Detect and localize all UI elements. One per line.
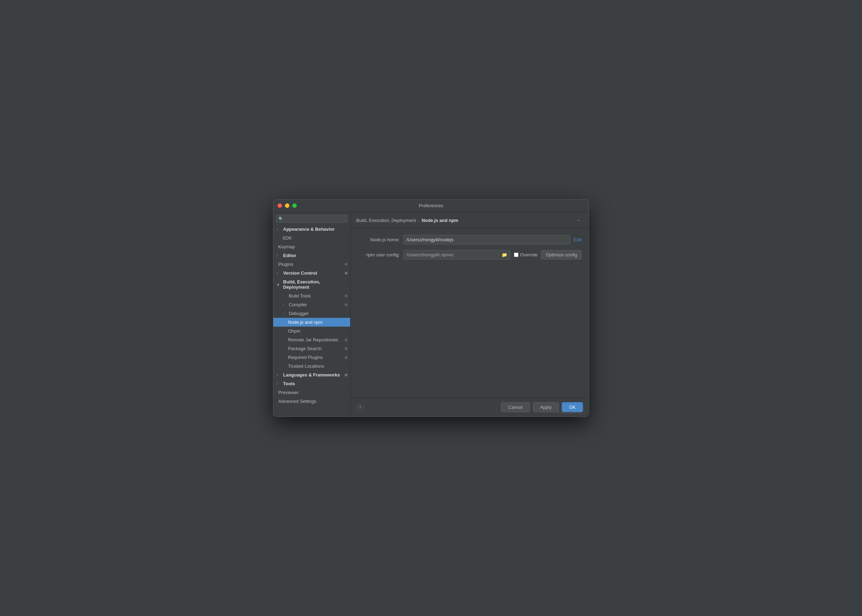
- chevron-right-icon: ›: [282, 311, 286, 315]
- settings-icon: ⊞: [344, 355, 348, 359]
- nodejs-home-input[interactable]: [403, 235, 571, 244]
- preferences-window: Preferences 🔍 › Appearance & Behavior SD…: [273, 199, 589, 417]
- chevron-down-icon: ∨: [277, 283, 281, 287]
- settings-icon: ⊞: [344, 262, 348, 266]
- sidebar-item-label: Trusted Locations: [288, 363, 324, 369]
- nodejs-home-label: Node.js home:: [358, 237, 400, 242]
- sidebar-item-label: Languages & Frameworks: [283, 372, 340, 377]
- sidebar-item-label: Previewer: [278, 390, 299, 395]
- chevron-right-icon: ›: [277, 373, 281, 377]
- settings-icon: ⊞: [344, 338, 348, 342]
- chevron-right-icon: ›: [282, 303, 286, 306]
- settings-icon: ⊞: [344, 294, 348, 298]
- sidebar-item-label: SDK: [282, 235, 292, 240]
- sidebar-item-label: Tools: [283, 381, 295, 386]
- nav-back-button[interactable]: ←: [562, 216, 572, 224]
- sidebar-item-ohpm[interactable]: Ohpm: [273, 327, 350, 335]
- sidebar-item-keymap[interactable]: Keymap: [273, 242, 350, 251]
- sidebar-item-languages-frameworks[interactable]: › Languages & Frameworks ⊞: [273, 371, 350, 379]
- npm-config-input[interactable]: [406, 250, 501, 259]
- sidebar-item-label: Appearance & Behavior: [283, 226, 335, 232]
- npm-config-input-wrap: 📁: [403, 250, 510, 259]
- override-label: Override: [520, 252, 538, 258]
- npm-config-row: npm user config: 📁 Override Optimize con…: [358, 250, 582, 259]
- npm-config-label: npm user config:: [358, 252, 400, 258]
- sidebar-item-label: Debugger: [289, 311, 309, 316]
- sidebar-item-required-plugins[interactable]: Required Plugins ⊞: [273, 353, 350, 362]
- sidebar-item-build-tools[interactable]: › Build Tools ⊞: [273, 291, 350, 300]
- override-checkbox[interactable]: [514, 253, 519, 257]
- title-bar: Preferences: [273, 200, 589, 212]
- sidebar-item-label: Node.js and npm: [288, 320, 322, 325]
- sidebar-item-sdk[interactable]: SDK: [273, 234, 350, 242]
- search-box[interactable]: 🔍: [276, 215, 348, 223]
- cancel-button[interactable]: Cancel: [501, 402, 530, 412]
- maximize-button[interactable]: [292, 203, 297, 208]
- sidebar-item-build-execution-deployment[interactable]: ∨ Build, Execution, Deployment: [273, 277, 350, 291]
- nav-forward-button[interactable]: →: [573, 216, 583, 224]
- main-panel: Build, Execution, Deployment › Node.js a…: [351, 212, 589, 416]
- breadcrumb-parent: Build, Execution, Deployment: [356, 218, 416, 223]
- override-wrap: Override: [514, 252, 538, 258]
- sidebar-item-label: Version Control: [283, 270, 317, 276]
- sidebar-item-tools[interactable]: › Tools: [273, 379, 350, 388]
- breadcrumb-current: Node.js and npm: [422, 218, 458, 223]
- settings-content: Node.js home: Edit npm user config: 📁 Ov…: [351, 228, 589, 398]
- help-button[interactable]: ?: [356, 404, 364, 412]
- chevron-right-icon: ›: [277, 271, 281, 275]
- sidebar-item-trusted-locations[interactable]: Trusted Locations: [273, 362, 350, 371]
- sidebar-item-version-control[interactable]: › Version Control ⊞: [273, 269, 350, 277]
- window-controls: [277, 203, 297, 208]
- chevron-right-icon: ›: [282, 294, 286, 298]
- nodejs-home-edit-link[interactable]: Edit: [574, 237, 582, 242]
- chevron-right-icon: ›: [277, 253, 281, 258]
- sidebar: 🔍 › Appearance & Behavior SDK Keymap › E…: [273, 212, 351, 416]
- optimize-config-button[interactable]: Optimize config: [541, 250, 582, 259]
- chevron-right-icon: ›: [277, 227, 281, 231]
- sidebar-item-compiler[interactable]: › Compiler ⊞: [273, 300, 350, 309]
- settings-icon: ⊞: [344, 373, 348, 377]
- footer: ? Cancel Apply OK CSDN @Zhongyi_Li: [351, 398, 589, 416]
- breadcrumb-separator: ›: [418, 218, 419, 223]
- sidebar-item-previewer[interactable]: Previewer: [273, 388, 350, 397]
- sidebar-item-plugins[interactable]: Plugins ⊞: [273, 260, 350, 269]
- sidebar-item-label: Compiler: [289, 302, 307, 307]
- search-icon: 🔍: [278, 217, 283, 221]
- close-button[interactable]: [277, 203, 282, 208]
- sidebar-item-label: Plugins: [278, 262, 293, 267]
- sidebar-item-advanced-settings[interactable]: Advanced Settings: [273, 397, 350, 405]
- search-input[interactable]: [285, 216, 345, 221]
- breadcrumb: Build, Execution, Deployment › Node.js a…: [356, 218, 458, 223]
- sidebar-item-label: Editor: [283, 253, 296, 258]
- main-content-area: 🔍 › Appearance & Behavior SDK Keymap › E…: [273, 212, 589, 416]
- minimize-button[interactable]: [285, 203, 289, 208]
- window-title: Preferences: [419, 203, 443, 208]
- sidebar-item-nodejs-npm[interactable]: Node.js and npm: [273, 318, 350, 327]
- sidebar-item-appearance-behavior[interactable]: › Appearance & Behavior: [273, 225, 350, 234]
- settings-icon: ⊞: [344, 303, 348, 306]
- folder-browse-button[interactable]: 📁: [501, 251, 508, 258]
- sidebar-item-label: Package Search: [288, 346, 321, 351]
- watermark: CSDN @Zhongyi_Li: [557, 411, 586, 415]
- sidebar-item-label: Ohpm: [288, 328, 300, 334]
- sidebar-item-label: Required Plugins: [288, 355, 323, 360]
- sidebar-item-label: Remote Jar Repositories: [288, 337, 338, 343]
- nav-buttons: ← →: [562, 216, 583, 224]
- nodejs-home-row: Node.js home: Edit: [358, 235, 582, 244]
- settings-icon: ⊞: [344, 347, 348, 350]
- sidebar-item-label: Build, Execution, Deployment: [283, 279, 348, 290]
- sidebar-item-editor[interactable]: › Editor: [273, 251, 350, 260]
- panel-header: Build, Execution, Deployment › Node.js a…: [351, 212, 589, 228]
- sidebar-item-label: Advanced Settings: [278, 399, 316, 404]
- sidebar-item-package-search[interactable]: Package Search ⊞: [273, 344, 350, 353]
- chevron-right-icon: ›: [277, 382, 281, 386]
- sidebar-item-debugger[interactable]: › Debugger: [273, 309, 350, 318]
- settings-icon: ⊞: [344, 271, 348, 275]
- sidebar-item-label: Build Tools: [289, 293, 311, 299]
- apply-button[interactable]: Apply: [533, 402, 559, 412]
- sidebar-item-label: Keymap: [278, 244, 295, 249]
- sidebar-item-remote-jar-repositories[interactable]: Remote Jar Repositories ⊞: [273, 335, 350, 344]
